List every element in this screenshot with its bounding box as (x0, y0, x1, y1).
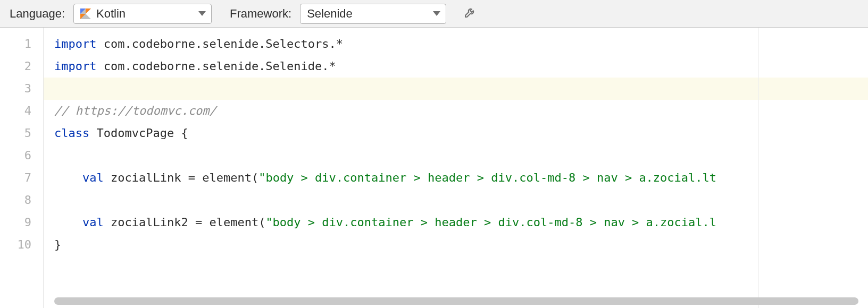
line-number: 10 (0, 234, 43, 256)
line-number: 8 (0, 189, 43, 211)
code-line[interactable]: } (44, 234, 868, 256)
code-line[interactable] (44, 189, 868, 211)
language-dropdown[interactable]: Kotlin (73, 4, 212, 24)
wrench-icon (464, 6, 477, 22)
line-number: 7 (0, 167, 43, 189)
code-area[interactable]: import com.codeborne.selenide.Selectors.… (44, 28, 868, 308)
code-line[interactable]: class TodomvcPage { (44, 122, 868, 144)
chevron-down-icon (198, 11, 206, 16)
chevron-down-icon (433, 11, 440, 16)
code-line[interactable]: import com.codeborne.selenide.Selectors.… (44, 33, 868, 55)
language-value: Kotlin (96, 7, 193, 21)
code-line[interactable]: import com.codeborne.selenide.Selenide.* (44, 55, 868, 78)
framework-dropdown[interactable]: Selenide (300, 4, 446, 24)
code-line[interactable] (44, 144, 868, 167)
horizontal-scrollbar[interactable] (54, 297, 858, 305)
line-number: 6 (0, 144, 43, 167)
code-line[interactable]: // https://todomvc.com/ (44, 100, 868, 122)
line-number: 3 (0, 78, 43, 100)
code-editor: 12345678910 import com.codeborne.selenid… (0, 28, 868, 308)
scrollbar-thumb[interactable] (54, 297, 858, 305)
line-number: 4 (0, 100, 43, 122)
line-number: 9 (0, 211, 43, 234)
code-line[interactable] (44, 78, 868, 100)
svg-marker-2 (86, 8, 91, 14)
framework-value: Selenide (307, 7, 428, 21)
language-label: Language: (10, 7, 65, 21)
settings-button[interactable] (461, 5, 479, 23)
code-line[interactable]: val zocialLink2 = element("body > div.co… (44, 211, 868, 234)
framework-label: Framework: (230, 7, 291, 21)
line-number: 1 (0, 33, 43, 55)
line-number: 5 (0, 122, 43, 144)
line-number: 2 (0, 55, 43, 78)
gutter: 12345678910 (0, 28, 44, 308)
toolbar: Language: Kotlin Framework: Selenide (0, 0, 868, 28)
right-margin-guide (758, 28, 759, 308)
kotlin-icon (80, 8, 91, 19)
code-line[interactable]: val zocialLink = element("body > div.con… (44, 167, 868, 189)
